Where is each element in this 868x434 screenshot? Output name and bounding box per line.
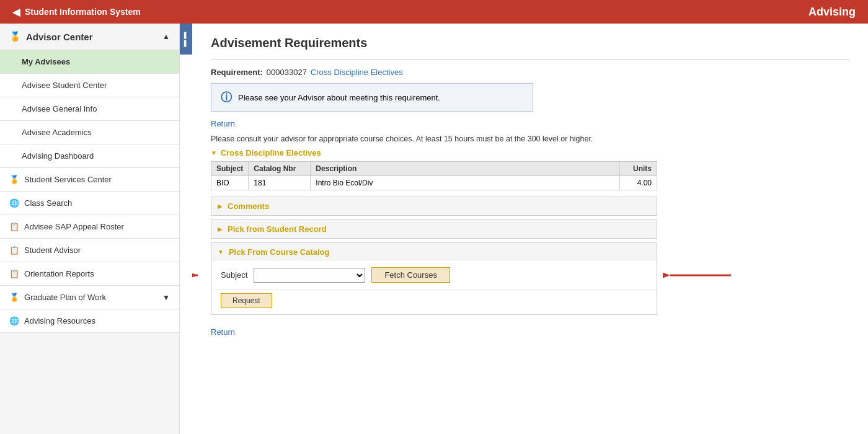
requirement-id: 000033027	[267, 68, 307, 77]
chevron-up-icon: ▲	[162, 32, 170, 41]
requirement-link[interactable]: Cross Discipline Electives	[311, 68, 403, 77]
pick-from-course-catalog-section: ▼ Pick From Course Catalog Subject	[211, 242, 657, 315]
catalog-arrow-icon: ▼	[218, 249, 224, 255]
sidebar-item-orientation-reports[interactable]: 📋 Orientation Reports	[0, 262, 179, 286]
graduate-plan-label: Graduate Plan of Work	[24, 293, 106, 302]
right-red-arrow-svg	[663, 266, 737, 285]
fetch-courses-button[interactable]: Fetch Courses	[371, 267, 450, 283]
comments-header[interactable]: ▶ Comments	[211, 197, 657, 215]
chevron-down-icon: ▼	[162, 293, 170, 302]
col-header-catalog: Catalog Nbr	[249, 162, 311, 176]
subject-label: Subject	[221, 270, 247, 280]
cell-units: 4.00	[620, 176, 657, 190]
top-bar: ◀ Student Information System Advising	[0, 0, 868, 24]
request-row: Request	[211, 289, 657, 314]
return-link-top[interactable]: Return	[211, 119, 235, 128]
sidebar-item-advisee-general-info[interactable]: Advisee General Info	[0, 97, 179, 121]
sap-appeal-label: Advisee SAP Appeal Roster	[24, 222, 124, 231]
advising-dashboard-label: Advising Dashboard	[22, 151, 94, 161]
student-services-icon: 🏅	[9, 175, 19, 184]
orientation-reports-label: Orientation Reports	[24, 269, 94, 278]
student-record-title: Pick from Student Record	[228, 224, 327, 234]
sidebar-item-advising-dashboard[interactable]: Advising Dashboard	[0, 144, 179, 168]
col-header-description: Description	[311, 162, 620, 176]
comments-arrow-icon: ▶	[218, 203, 223, 210]
page-title: Advisement Requirements	[211, 36, 849, 50]
toggle-arrow-icon: ▼	[211, 149, 217, 156]
main-layout: 🏅 Advisor Center ▲ My Advisees Advisee S…	[0, 24, 868, 434]
student-advisor-label: Student Advisor	[24, 246, 81, 255]
catalog-content: Subject Fetch Courses	[211, 261, 657, 289]
cross-discipline-label: Cross Discipline Electives	[221, 148, 321, 157]
sidebar-item-graduate-plan-of-work[interactable]: 🏅 Graduate Plan of Work ▼	[0, 286, 179, 309]
sidebar-item-advising-resources[interactable]: 🌐 Advising Resources	[0, 309, 179, 333]
sidebar-item-advisee-student-center[interactable]: Advisee Student Center	[0, 74, 179, 97]
right-arrow-annotation	[663, 266, 737, 285]
comments-section: ▶ Comments	[211, 197, 657, 216]
system-name: Student Information System	[25, 7, 141, 17]
subject-select[interactable]	[254, 268, 365, 283]
col-header-units: Units	[620, 162, 657, 176]
sidebar-item-advisee-sap-appeal-roster[interactable]: 📋 Advisee SAP Appeal Roster	[0, 215, 179, 239]
sidebar-item-advisee-academics[interactable]: Advisee Academics	[0, 121, 179, 144]
pick-from-student-record-header[interactable]: ▶ Pick from Student Record	[211, 220, 657, 238]
advisor-center-header[interactable]: 🏅 Advisor Center ▲	[0, 24, 179, 50]
left-red-arrow-svg	[192, 266, 205, 285]
requirement-row: Requirement: 000033027 Cross Discipline …	[211, 68, 849, 77]
sidebar-item-student-advisor[interactable]: 📋 Student Advisor	[0, 239, 179, 262]
graduate-plan-icon: 🏅	[9, 293, 19, 302]
title-divider	[211, 60, 849, 60]
info-box: ⓘ Please see your Advisor about meeting …	[211, 83, 533, 112]
collapse-panel-button[interactable]: ❚❚	[180, 24, 192, 55]
return-link-bottom[interactable]: Return	[211, 327, 235, 337]
table-row: BIO 181 Intro Bio Ecol/Div 4.00	[211, 176, 657, 190]
content-area: Advisement Requirements Requirement: 000…	[192, 24, 868, 434]
student-record-arrow-icon: ▶	[218, 226, 223, 232]
advisee-academics-label: Advisee Academics	[22, 128, 92, 137]
collapse-icon: ❚❚	[182, 31, 190, 47]
col-header-subject: Subject	[211, 162, 249, 176]
system-nav[interactable]: ◀ Student Information System	[12, 6, 141, 18]
student-advisor-icon: 📋	[9, 246, 19, 255]
sidebar-item-class-search[interactable]: 🌐 Class Search	[0, 192, 179, 215]
info-message: Please see your Advisor about meeting th…	[238, 93, 440, 102]
comments-title: Comments	[228, 202, 269, 211]
class-search-label: Class Search	[24, 198, 72, 208]
cell-subject: BIO	[211, 176, 249, 190]
sidebar: 🏅 Advisor Center ▲ My Advisees Advisee S…	[0, 24, 180, 434]
student-services-label: Student Services Center	[24, 175, 112, 184]
catalog-section-title: Pick From Course Catalog	[229, 247, 330, 257]
advisee-student-center-label: Advisee Student Center	[22, 81, 107, 90]
sidebar-item-my-advisees[interactable]: My Advisees	[0, 50, 179, 74]
left-arrow-annotation	[192, 266, 205, 285]
advising-resources-label: Advising Resources	[24, 316, 95, 326]
request-button[interactable]: Request	[221, 293, 272, 308]
advising-resources-icon: 🌐	[9, 316, 19, 326]
advisor-center-label: Advisor Center	[26, 32, 93, 42]
cross-discipline-toggle: ▼ Cross Discipline Electives	[211, 148, 849, 157]
orientation-reports-icon: 📋	[9, 269, 19, 278]
catalog-section-header[interactable]: ▼ Pick From Course Catalog	[211, 243, 657, 261]
advisee-general-info-label: Advisee General Info	[22, 104, 97, 113]
advisory-text: Please consult your advisor for appropri…	[211, 135, 849, 143]
course-table: Subject Catalog Nbr Description Units BI…	[211, 161, 657, 190]
cell-catalog-nbr: 181	[249, 176, 311, 190]
back-arrow-icon[interactable]: ◀	[12, 6, 20, 18]
advisor-center-icon: 🏅	[9, 31, 21, 42]
class-search-icon: 🌐	[9, 198, 19, 208]
sidebar-item-student-services-center[interactable]: 🏅 Student Services Center	[0, 168, 179, 192]
pick-from-student-record-section: ▶ Pick from Student Record	[211, 219, 657, 239]
page-section-title: Advising	[808, 6, 856, 19]
info-icon: ⓘ	[221, 90, 232, 105]
my-advisees-label: My Advisees	[22, 57, 70, 66]
cell-description: Intro Bio Ecol/Div	[311, 176, 620, 190]
requirement-label: Requirement:	[211, 68, 263, 77]
sap-appeal-icon: 📋	[9, 222, 19, 231]
